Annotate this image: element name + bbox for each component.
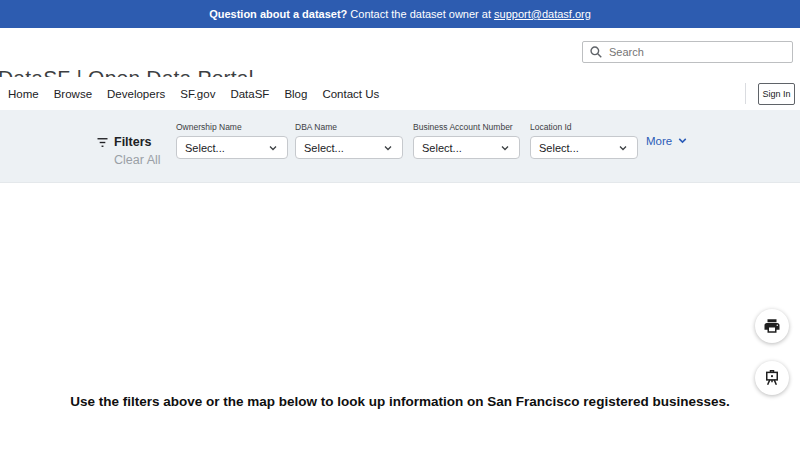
nav-item-browse[interactable]: Browse [54, 88, 92, 100]
filter-bar: Filters Clear All Ownership Name Select.… [0, 110, 800, 183]
filter-select-location-id[interactable]: Select... [530, 136, 638, 159]
sign-in-button[interactable]: Sign In [758, 83, 795, 105]
search-input[interactable] [582, 41, 793, 63]
banner-email-link[interactable]: support@datasf.org [494, 8, 591, 20]
chevron-down-icon [499, 142, 511, 154]
filter-label: Location Id [530, 122, 638, 132]
chevron-down-icon [617, 142, 629, 154]
clear-all-button[interactable]: Clear All [114, 153, 161, 167]
nav-item-home[interactable]: Home [8, 88, 39, 100]
filter-list-icon [95, 135, 110, 150]
nav-bar: Home Browse Developers SF.gov DataSF Blo… [0, 77, 800, 110]
nav-divider [745, 83, 746, 104]
instructions-text: Use the filters above or the map below t… [60, 391, 740, 412]
print-icon [763, 317, 781, 335]
filter-label: Business Account Number [413, 122, 520, 132]
filter-select-business-account-number[interactable]: Select... [413, 136, 520, 159]
filter-group-dba-name: DBA Name Select... [295, 122, 403, 159]
filter-group-location-id: Location Id Select... [530, 122, 638, 159]
nav-items: Home Browse Developers SF.gov DataSF Blo… [8, 77, 379, 110]
banner-question-text: Question about a dataset? [209, 8, 347, 20]
filter-select-dba-name[interactable]: Select... [295, 136, 403, 159]
chevron-down-icon [267, 142, 279, 154]
instructions-message: Use the filters above or the map below t… [60, 391, 740, 412]
chevron-down-icon [676, 134, 689, 147]
filter-select-ownership-name[interactable]: Select... [176, 136, 288, 159]
main-content: Use the filters above or the map below t… [0, 184, 800, 450]
filter-label: Ownership Name [176, 122, 288, 132]
nav-item-contact-us[interactable]: Contact Us [322, 88, 379, 100]
more-label: More [646, 135, 672, 147]
select-value: Select... [539, 142, 579, 154]
select-value: Select... [422, 142, 462, 154]
filter-label: DBA Name [295, 122, 403, 132]
print-button[interactable] [755, 309, 789, 343]
top-banner: Question about a dataset? Contact the da… [0, 0, 800, 28]
nav-item-datasf[interactable]: DataSF [230, 88, 269, 100]
nav-item-sfgov[interactable]: SF.gov [180, 88, 215, 100]
nav-item-developers[interactable]: Developers [107, 88, 165, 100]
presentation-easel-icon [763, 369, 781, 387]
filters-title: Filters [114, 135, 152, 149]
nav-item-blog[interactable]: Blog [284, 88, 307, 100]
chevron-down-icon [382, 142, 394, 154]
filter-group-business-account-number: Business Account Number Select... [413, 122, 520, 159]
select-value: Select... [304, 142, 344, 154]
presentation-button[interactable] [755, 361, 789, 395]
more-filters-button[interactable]: More [646, 134, 689, 147]
search-box [582, 41, 793, 63]
banner-contact-text: Contact the dataset owner at [347, 8, 494, 20]
datasf-portal-page: Question about a dataset? Contact the da… [0, 0, 800, 450]
select-value: Select... [185, 142, 225, 154]
filter-group-ownership-name: Ownership Name Select... [176, 122, 288, 159]
